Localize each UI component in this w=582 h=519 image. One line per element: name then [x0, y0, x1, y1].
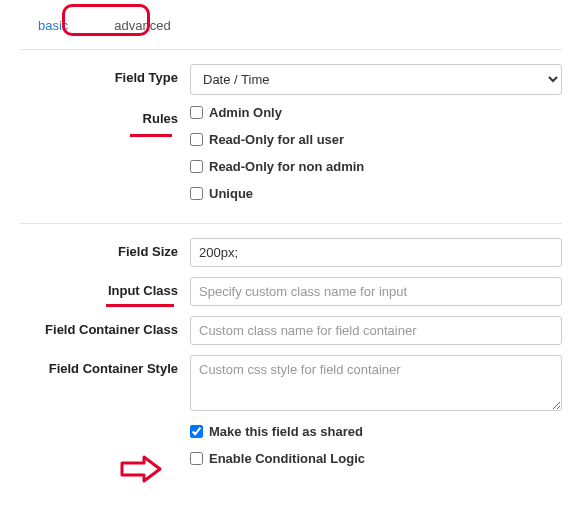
tab-advanced[interactable]: advanced	[100, 12, 184, 41]
input-class-input[interactable]	[190, 277, 562, 306]
checkbox-readonly-all[interactable]	[190, 133, 203, 146]
checkbox-readonly-nonadmin[interactable]	[190, 160, 203, 173]
divider	[20, 223, 562, 224]
label-field-size: Field Size	[20, 238, 190, 259]
tabs: basic advanced	[20, 12, 562, 41]
label-container-class: Field Container Class	[20, 316, 190, 337]
rule-admin-only: Admin Only	[209, 105, 282, 120]
label-input-class: Input Class	[20, 277, 190, 298]
container-style-textarea[interactable]	[190, 355, 562, 411]
container-class-input[interactable]	[190, 316, 562, 345]
label-container-style: Field Container Style	[20, 355, 190, 376]
shared-label: Make this field as shared	[209, 424, 363, 439]
label-field-type: Field Type	[20, 64, 190, 85]
tab-basic[interactable]: basic	[24, 12, 82, 41]
rule-readonly-nonadmin: Read-Only for non admin	[209, 159, 364, 174]
label-rules: Rules	[20, 105, 190, 126]
checkbox-unique[interactable]	[190, 187, 203, 200]
checkbox-admin-only[interactable]	[190, 106, 203, 119]
checkbox-conditional-logic[interactable]	[190, 452, 203, 465]
divider	[20, 49, 562, 50]
field-type-select[interactable]: Date / Time	[190, 64, 562, 95]
rule-unique: Unique	[209, 186, 253, 201]
conditional-label: Enable Conditional Logic	[209, 451, 365, 466]
checkbox-shared[interactable]	[190, 425, 203, 438]
rule-readonly-all: Read-Only for all user	[209, 132, 344, 147]
field-size-input[interactable]	[190, 238, 562, 267]
